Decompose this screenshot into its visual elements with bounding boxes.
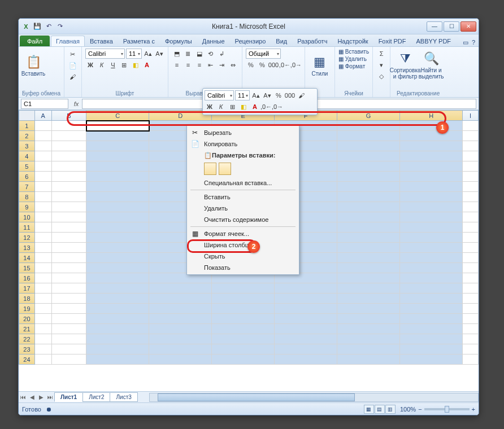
cell-G8[interactable]	[337, 192, 400, 202]
cell-C18[interactable]	[86, 294, 149, 304]
cell-B4[interactable]	[51, 151, 86, 161]
cell-B12[interactable]	[51, 233, 86, 243]
cell-A3[interactable]	[34, 141, 51, 151]
cell-B3[interactable]	[51, 141, 86, 151]
cell-G14[interactable]	[337, 253, 400, 263]
row-header-13[interactable]: 13	[19, 243, 35, 253]
decrease-decimal-button[interactable]: ,0→	[291, 60, 301, 70]
cell-G3[interactable]	[337, 141, 400, 151]
align-right-button[interactable]: ≡	[194, 60, 205, 70]
cell-B2[interactable]	[51, 131, 86, 141]
row-header-22[interactable]: 22	[19, 334, 35, 344]
number-format-combo[interactable]: Общий	[246, 49, 281, 59]
cell-H2[interactable]	[400, 131, 463, 141]
row-header-12[interactable]: 12	[19, 233, 35, 243]
cell-C16[interactable]	[86, 273, 149, 283]
cell-A6[interactable]	[34, 172, 51, 182]
row-header-14[interactable]: 14	[19, 253, 35, 263]
border-button[interactable]: ⊞	[119, 60, 129, 70]
cell-H12[interactable]	[400, 233, 463, 243]
cell-C3[interactable]	[86, 141, 149, 151]
zoom-out-button[interactable]: −	[418, 406, 422, 413]
wrap-text-button[interactable]: ↲	[217, 49, 227, 59]
cell-G7[interactable]	[337, 182, 400, 192]
row-header-16[interactable]: 16	[19, 273, 35, 283]
ctx-delete[interactable]: Удалить	[188, 203, 298, 214]
cell-I7[interactable]	[463, 182, 479, 192]
font-size-combo[interactable]: 11	[126, 49, 142, 59]
cell-G16[interactable]	[337, 273, 400, 283]
cell-G12[interactable]	[337, 233, 400, 243]
cell-A19[interactable]	[34, 304, 51, 314]
cell-H22[interactable]	[400, 334, 463, 344]
align-top-button[interactable]: ⬒	[172, 49, 182, 59]
cell-A14[interactable]	[34, 253, 51, 263]
cell-B17[interactable]	[51, 283, 86, 294]
row-header-24[interactable]: 24	[19, 354, 35, 365]
undo-button[interactable]: ↶	[44, 21, 54, 32]
cell-E20[interactable]	[212, 314, 275, 324]
maximize-button[interactable]: ☐	[444, 21, 459, 32]
tab-data[interactable]: Данные	[197, 36, 230, 46]
cell-C14[interactable]	[86, 253, 149, 263]
cell-E24[interactable]	[212, 354, 275, 365]
cell-G17[interactable]	[337, 283, 400, 294]
row-header-7[interactable]: 7	[19, 182, 35, 192]
cell-H20[interactable]	[400, 314, 463, 324]
help-icon[interactable]: ?	[472, 39, 475, 46]
cell-H1[interactable]	[400, 121, 463, 131]
ctx-paste-special[interactable]: Специальная вставка...	[188, 177, 298, 189]
cell-H13[interactable]	[400, 243, 463, 253]
cell-F17[interactable]	[275, 283, 337, 294]
tab-abbyy[interactable]: ABBYY PDF	[411, 36, 457, 46]
font-name-combo[interactable]: Calibri	[85, 49, 125, 59]
row-header-19[interactable]: 19	[19, 304, 35, 314]
cell-D20[interactable]	[149, 314, 212, 324]
cell-H14[interactable]	[400, 253, 463, 263]
orientation-button[interactable]: ⟲	[206, 49, 216, 59]
cell-C23[interactable]	[86, 344, 149, 354]
cell-F19[interactable]	[275, 304, 337, 314]
cell-C22[interactable]	[86, 334, 149, 344]
clear-button[interactable]: ◇	[376, 71, 386, 81]
cell-I24[interactable]	[463, 354, 479, 365]
italic-button[interactable]: К	[97, 60, 107, 70]
cell-G6[interactable]	[337, 172, 400, 182]
cell-A10[interactable]	[34, 212, 51, 222]
cell-I16[interactable]	[463, 273, 479, 283]
cell-C8[interactable]	[86, 192, 149, 202]
paste-option-1[interactable]	[204, 163, 216, 175]
fill-color-button[interactable]: ◧	[131, 60, 141, 70]
tab-home[interactable]: Главная	[51, 36, 85, 46]
cell-E19[interactable]	[212, 304, 275, 314]
grow-font-button[interactable]: A▴	[143, 49, 153, 59]
row-header-18[interactable]: 18	[19, 294, 35, 304]
cell-F21[interactable]	[275, 324, 337, 334]
fx-button[interactable]: fx	[71, 100, 82, 107]
mini-fill-button[interactable]: ◧	[238, 102, 249, 112]
cell-C13[interactable]	[86, 243, 149, 253]
ctx-clear[interactable]: Очистить содержимое	[188, 214, 298, 225]
cell-A22[interactable]	[34, 334, 51, 344]
cell-A17[interactable]	[34, 283, 51, 294]
cell-H8[interactable]	[400, 192, 463, 202]
cell-A24[interactable]	[34, 354, 51, 365]
cell-A12[interactable]	[34, 233, 51, 243]
cell-B22[interactable]	[51, 334, 86, 344]
mini-font-combo[interactable]: Calibri	[205, 90, 234, 100]
select-all-corner[interactable]	[19, 111, 35, 121]
format-painter-button[interactable]: 🖌	[68, 72, 78, 82]
cell-A11[interactable]	[34, 222, 51, 233]
cell-C9[interactable]	[86, 202, 149, 212]
tab-insert[interactable]: Вставка	[85, 36, 118, 46]
row-header-6[interactable]: 6	[19, 172, 35, 182]
cell-A9[interactable]	[34, 202, 51, 212]
row-header-9[interactable]: 9	[19, 202, 35, 212]
cell-H3[interactable]	[400, 141, 463, 151]
column-header-G[interactable]: G	[337, 111, 400, 121]
cell-A1[interactable]	[34, 121, 51, 131]
cell-E21[interactable]	[212, 324, 275, 334]
cell-G19[interactable]	[337, 304, 400, 314]
ctx-column-width[interactable]: Ширина столбца...	[188, 239, 298, 251]
cell-C5[interactable]	[86, 161, 149, 172]
